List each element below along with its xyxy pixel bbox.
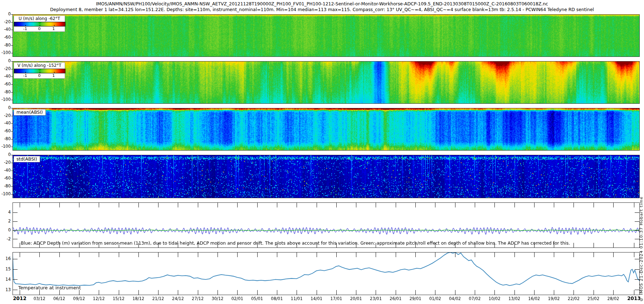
depth-variation-axis-label: 2 bbox=[0, 219, 11, 224]
depth-variation-axis-label: -2 bbox=[0, 237, 11, 241]
depth-axis-label: -80 bbox=[0, 43, 11, 48]
depth-axis-tick bbox=[11, 22, 13, 23]
temperature-line bbox=[13, 252, 639, 295]
depth-axis-label: -20 bbox=[0, 67, 11, 71]
depth-axis-label: -60 bbox=[0, 129, 11, 133]
temperature-axis-label: 14 bbox=[0, 278, 11, 282]
x-axis-date-label: 21/12 bbox=[147, 296, 169, 301]
depth-axis-label: -40 bbox=[0, 122, 11, 126]
depth-axis-tick bbox=[11, 155, 13, 155]
x-axis-year-start-label: 2012 bbox=[9, 295, 30, 301]
depth-axis-tick bbox=[11, 53, 13, 53]
figure-title-filename: IMOS/ANMN/NSW/PH100/Velocity/IMOS_ANMN-N… bbox=[0, 1, 644, 6]
depth-axis-label: -20 bbox=[0, 20, 11, 24]
v-colorbar-title: V (m/s) along -152°T bbox=[14, 63, 65, 68]
depth-axis-label: -100 bbox=[0, 192, 11, 196]
depth-axis-tick bbox=[11, 163, 13, 163]
depth-axis-label: -60 bbox=[0, 35, 11, 40]
depth-axis-tick bbox=[11, 194, 13, 195]
depth-axis-label: -80 bbox=[0, 184, 11, 188]
colorbar-tick-label: 1 bbox=[52, 73, 55, 78]
depth-axis-label: -40 bbox=[0, 75, 11, 79]
x-axis-date-label: 14/01 bbox=[306, 296, 327, 301]
x-axis-date-label: 02/01 bbox=[226, 296, 248, 301]
depth-axis-tick bbox=[11, 92, 13, 93]
depth-axis-tick bbox=[11, 100, 13, 100]
figure-title-deployment-info: Deployment 8, member 1 lat=34.12S lon=15… bbox=[0, 7, 644, 12]
depth-axis-tick bbox=[11, 45, 13, 46]
mean-absi-heatmap bbox=[13, 108, 639, 150]
x-axis-date-label: 09/12 bbox=[68, 296, 90, 301]
depth-axis-tick bbox=[11, 139, 13, 139]
colorbar-tick-label: 1 bbox=[52, 26, 55, 31]
u-colorbar-title: U (m/s) along -62°T bbox=[14, 16, 65, 21]
x-axis-date-label: 04/02 bbox=[444, 296, 466, 301]
x-axis-date-label: 12/12 bbox=[88, 296, 109, 301]
x-axis-date-label: 28/02 bbox=[602, 296, 624, 301]
colorbar-tick-label: -1 bbox=[23, 26, 27, 31]
depth-axis-label: -60 bbox=[0, 82, 11, 87]
v-colorbar-gradient bbox=[14, 69, 65, 73]
u-colorbar-legend: U (m/s) along -62°T -1 0 1 bbox=[14, 15, 65, 32]
panel-temperature: Temperature at instrument bbox=[13, 252, 640, 295]
depth-variation-annotation: Blue: ADCP Depth (m) variation from sens… bbox=[21, 240, 570, 246]
depth-axis-tick bbox=[11, 14, 13, 15]
x-axis-date-label: 22/02 bbox=[563, 296, 584, 301]
imos-timestamp-watermark: © IMOS 21-Dec-2024 01:10:37 Hobart time bbox=[639, 196, 644, 302]
std-absi-heatmap bbox=[13, 155, 639, 198]
x-axis-date-label: 23/01 bbox=[365, 296, 386, 301]
colorbar-tick-label: 0 bbox=[38, 26, 41, 31]
panel-v-velocity-heatmap: V (m/s) along -152°T -1 0 1 bbox=[13, 61, 640, 104]
x-axis-date-label: 24/12 bbox=[167, 296, 189, 301]
depth-axis-tick bbox=[11, 147, 13, 147]
x-axis-date-label: 08/01 bbox=[266, 296, 288, 301]
depth-axis-tick bbox=[11, 116, 13, 116]
temperature-axis-label: 15 bbox=[0, 267, 11, 271]
x-axis-date-label: 27/12 bbox=[187, 296, 209, 301]
x-axis-date-label: 07/02 bbox=[464, 296, 486, 301]
depth-axis-label: 0 bbox=[0, 12, 11, 16]
x-axis-date-label: 06/12 bbox=[49, 296, 70, 301]
depth-variation-axis-label: 4 bbox=[0, 210, 11, 215]
x-axis-date-label: 19/02 bbox=[543, 296, 565, 301]
depth-axis-label: -80 bbox=[0, 137, 11, 141]
depth-axis-label: -80 bbox=[0, 90, 11, 94]
v-colorbar-legend: V (m/s) along -152°T -1 0 1 bbox=[14, 62, 65, 79]
depth-variation-axis-label: 0 bbox=[0, 228, 11, 232]
x-axis-date-label: 26/01 bbox=[385, 296, 406, 301]
u-colorbar-tick-labels: -1 0 1 bbox=[14, 26, 65, 31]
x-axis-date-label: 10/02 bbox=[484, 296, 505, 301]
v-colorbar-tick-labels: -1 0 1 bbox=[14, 73, 65, 78]
x-axis-date-label: 20/01 bbox=[345, 296, 367, 301]
depth-axis-tick bbox=[11, 186, 13, 187]
temperature-series-label: Temperature at instrument bbox=[18, 285, 81, 290]
depth-axis-tick bbox=[11, 171, 13, 171]
depth-axis-tick bbox=[11, 131, 13, 132]
depth-axis-tick bbox=[11, 108, 13, 108]
depth-axis-tick bbox=[11, 77, 13, 77]
x-axis-date-label: 29/01 bbox=[405, 296, 426, 301]
x-axis-date-label: 15/12 bbox=[108, 296, 130, 301]
colorbar-tick-label: -1 bbox=[23, 73, 27, 78]
x-axis-date-label: 18/12 bbox=[128, 296, 149, 301]
x-axis-date-label: 05/01 bbox=[247, 296, 268, 301]
x-axis-date-label: 17/01 bbox=[326, 296, 347, 301]
panel-mean-absi-heatmap: mean(ABSI) bbox=[13, 108, 640, 151]
depth-axis-label: 0 bbox=[0, 153, 11, 157]
depth-axis-label: -20 bbox=[0, 114, 11, 118]
depth-axis-tick bbox=[11, 69, 13, 69]
depth-axis-label: -100 bbox=[0, 98, 11, 102]
depth-axis-label: -100 bbox=[0, 51, 11, 55]
x-axis-date-label: 01/02 bbox=[424, 296, 446, 301]
depth-axis-tick bbox=[11, 38, 13, 38]
depth-axis-label: 0 bbox=[0, 59, 11, 63]
std-absi-label: std(ABSI) bbox=[14, 156, 40, 162]
u-colorbar-gradient bbox=[14, 22, 65, 26]
x-axis-date-label: 30/12 bbox=[207, 296, 228, 301]
depth-axis-label: -100 bbox=[0, 144, 11, 149]
v-velocity-heatmap bbox=[13, 62, 639, 103]
x-axis-date-label: 16/02 bbox=[523, 296, 545, 301]
x-axis-date-label: 13/02 bbox=[504, 296, 525, 301]
depth-axis-label: -40 bbox=[0, 28, 11, 32]
panel-u-velocity-heatmap: U (m/s) along -62°T -1 0 1 bbox=[13, 14, 640, 57]
